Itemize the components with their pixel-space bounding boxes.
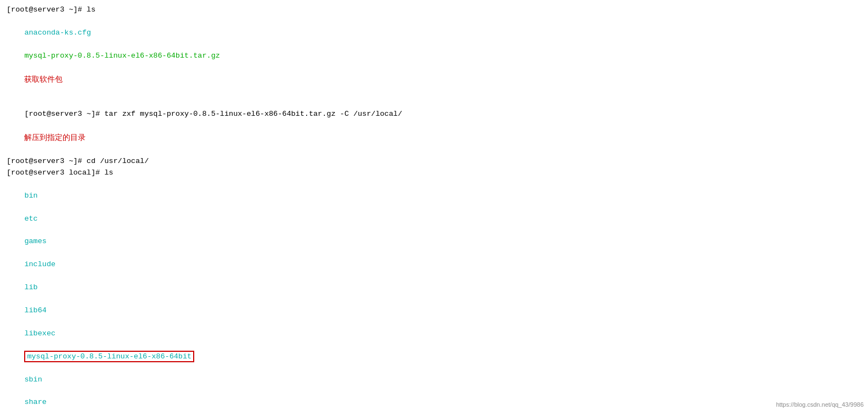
space-3	[24, 121, 42, 130]
line-5: [root@server3 local]# ls	[7, 167, 861, 179]
line-6: bin etc games include lib lib64 libexec …	[7, 179, 861, 410]
space-2	[24, 63, 42, 71]
dir-share: share	[24, 398, 47, 406]
line-3: [root@server3 ~]# tar zxf mysql-proxy-0.…	[7, 97, 861, 156]
terminal-window: [root@server3 ~]# ls anaconda-ks.cfg mys…	[0, 0, 868, 410]
dir-etc: etc	[24, 215, 37, 223]
dir-mysql-proxy-full-boxed: mysql-proxy-0.8.5-linux-el6-x86-64bit	[24, 351, 194, 362]
annotation-extract: 解压到指定的目录	[24, 133, 86, 142]
file-anaconda: anaconda-ks.cfg	[24, 29, 91, 37]
file-mysql-proxy-tar: mysql-proxy-0.8.5-linux-el6-x86-64bit.ta…	[24, 52, 219, 60]
dir-lib64: lib64	[24, 306, 47, 314]
line-1: [root@server3 ~]# ls	[7, 4, 861, 16]
annotation-get-package: 获取软件包	[24, 75, 63, 83]
line-4: [root@server3 ~]# cd /usr/local/	[7, 156, 861, 167]
watermark: https://blog.csdn.net/qq_43/9986	[776, 401, 864, 408]
dir-libexec: libexec	[24, 329, 55, 338]
dir-sbin: sbin	[24, 375, 42, 384]
cmd-tar: [root@server3 ~]# tar zxf mysql-proxy-0.…	[24, 110, 402, 118]
space-1	[24, 40, 33, 48]
dir-lib: lib	[24, 283, 37, 291]
line-2: anaconda-ks.cfg mysql-proxy-0.8.5-linux-…	[7, 16, 861, 97]
dir-include-1: include	[24, 260, 55, 268]
dir-bin: bin	[24, 192, 37, 200]
prompt-1: [root@server3 ~]# ls	[7, 5, 95, 14]
dir-games: games	[24, 237, 47, 245]
